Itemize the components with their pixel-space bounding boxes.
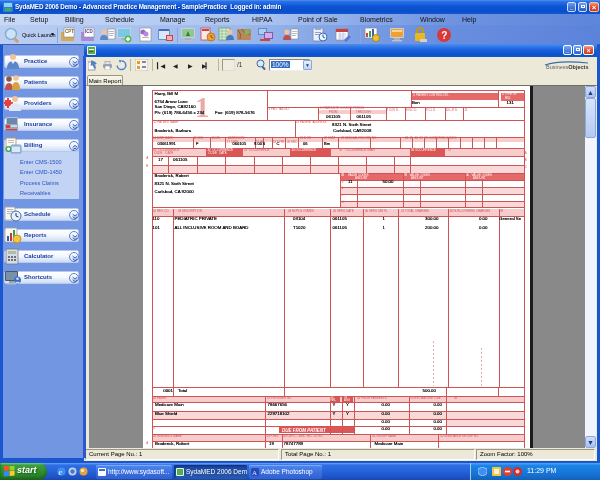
- svg-text:e: e: [59, 468, 63, 477]
- svg-text:CPT: CPT: [65, 29, 74, 34]
- svg-text:?: ?: [441, 30, 447, 41]
- svg-text:ICD: ICD: [85, 29, 94, 34]
- svg-text:A: A: [252, 469, 257, 476]
